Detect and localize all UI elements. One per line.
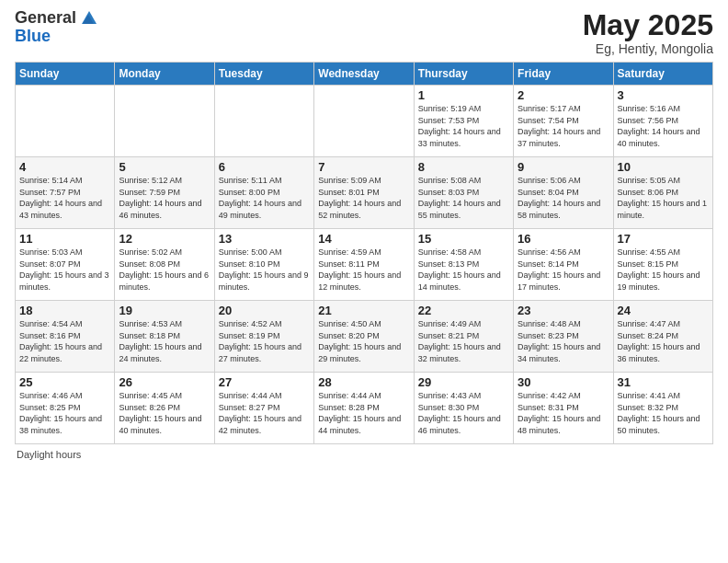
day-info: Sunrise: 5:14 AMSunset: 7:57 PMDaylight:… xyxy=(19,175,110,221)
day-info: Sunrise: 4:41 AMSunset: 8:32 PMDaylight:… xyxy=(618,390,709,436)
day-number: 13 xyxy=(219,232,310,246)
week-row-1: 1Sunrise: 5:19 AMSunset: 7:53 PMDaylight… xyxy=(16,86,713,157)
day-number: 10 xyxy=(618,160,709,174)
calendar-cell: 15Sunrise: 4:58 AMSunset: 8:13 PMDayligh… xyxy=(414,229,513,301)
day-info: Sunrise: 4:44 AMSunset: 8:27 PMDaylight:… xyxy=(219,390,310,436)
calendar-cell: 30Sunrise: 4:42 AMSunset: 8:31 PMDayligh… xyxy=(514,373,613,444)
day-info: Sunrise: 4:55 AMSunset: 8:15 PMDaylight:… xyxy=(618,247,709,293)
day-number: 25 xyxy=(19,375,110,389)
calendar-subtitle: Eg, Hentiy, Mongolia xyxy=(583,41,713,56)
calendar-cell: 25Sunrise: 4:46 AMSunset: 8:25 PMDayligh… xyxy=(16,373,115,444)
header: General Blue May 2025 Eg, Hentiy, Mongol… xyxy=(15,9,713,56)
calendar-cell: 29Sunrise: 4:43 AMSunset: 8:30 PMDayligh… xyxy=(414,373,513,444)
day-number: 19 xyxy=(119,304,210,317)
calendar-cell: 27Sunrise: 4:44 AMSunset: 8:27 PMDayligh… xyxy=(214,373,313,444)
day-info: Sunrise: 5:08 AMSunset: 8:03 PMDaylight:… xyxy=(418,175,509,221)
calendar-cell xyxy=(115,86,214,157)
day-number: 12 xyxy=(119,232,210,246)
day-info: Sunrise: 4:46 AMSunset: 8:25 PMDaylight:… xyxy=(19,390,110,436)
day-info: Sunrise: 5:12 AMSunset: 7:59 PMDaylight:… xyxy=(119,175,210,221)
day-number: 26 xyxy=(119,375,210,389)
calendar-cell xyxy=(16,86,115,157)
day-info: Sunrise: 5:06 AMSunset: 8:04 PMDaylight:… xyxy=(518,175,609,221)
day-number: 15 xyxy=(418,232,509,246)
day-info: Sunrise: 4:50 AMSunset: 8:20 PMDaylight:… xyxy=(318,318,409,364)
day-info: Sunrise: 4:48 AMSunset: 8:23 PMDaylight:… xyxy=(518,318,609,364)
calendar-cell xyxy=(314,86,414,157)
day-info: Sunrise: 4:42 AMSunset: 8:31 PMDaylight:… xyxy=(518,390,609,436)
calendar-cell: 6Sunrise: 5:11 AMSunset: 8:00 PMDaylight… xyxy=(214,157,313,229)
day-number: 27 xyxy=(219,375,310,389)
calendar-cell: 18Sunrise: 4:54 AMSunset: 8:16 PMDayligh… xyxy=(16,301,115,373)
day-info: Sunrise: 4:54 AMSunset: 8:16 PMDaylight:… xyxy=(19,318,110,364)
day-info: Sunrise: 4:44 AMSunset: 8:28 PMDaylight:… xyxy=(318,390,409,436)
day-info: Sunrise: 5:11 AMSunset: 8:00 PMDaylight:… xyxy=(219,175,310,221)
day-number: 7 xyxy=(318,160,409,174)
calendar-cell: 26Sunrise: 4:45 AMSunset: 8:26 PMDayligh… xyxy=(115,373,214,444)
day-info: Sunrise: 4:47 AMSunset: 8:24 PMDaylight:… xyxy=(618,318,709,364)
day-number: 2 xyxy=(518,88,609,102)
calendar-cell: 19Sunrise: 4:53 AMSunset: 8:18 PMDayligh… xyxy=(115,301,214,373)
weekday-header-saturday: Saturday xyxy=(613,63,712,86)
calendar-cell: 31Sunrise: 4:41 AMSunset: 8:32 PMDayligh… xyxy=(613,373,712,444)
day-info: Sunrise: 4:45 AMSunset: 8:26 PMDaylight:… xyxy=(119,390,210,436)
day-number: 11 xyxy=(19,232,110,246)
day-number: 20 xyxy=(219,304,310,317)
day-info: Sunrise: 4:56 AMSunset: 8:14 PMDaylight:… xyxy=(518,247,609,293)
day-number: 31 xyxy=(618,375,709,389)
day-info: Sunrise: 5:03 AMSunset: 8:07 PMDaylight:… xyxy=(19,247,110,293)
week-row-3: 11Sunrise: 5:03 AMSunset: 8:07 PMDayligh… xyxy=(16,229,713,301)
day-info: Sunrise: 4:53 AMSunset: 8:18 PMDaylight:… xyxy=(119,318,210,364)
weekday-header-tuesday: Tuesday xyxy=(214,63,313,86)
calendar-cell: 3Sunrise: 5:16 AMSunset: 7:56 PMDaylight… xyxy=(613,86,712,157)
calendar-cell: 20Sunrise: 4:52 AMSunset: 8:19 PMDayligh… xyxy=(214,301,313,373)
day-number: 3 xyxy=(618,88,709,102)
week-row-4: 18Sunrise: 4:54 AMSunset: 8:16 PMDayligh… xyxy=(16,301,713,373)
calendar-cell: 9Sunrise: 5:06 AMSunset: 8:04 PMDaylight… xyxy=(514,157,613,229)
calendar-cell: 1Sunrise: 5:19 AMSunset: 7:53 PMDaylight… xyxy=(414,86,513,157)
day-info: Sunrise: 5:17 AMSunset: 7:54 PMDaylight:… xyxy=(518,103,609,149)
day-number: 23 xyxy=(518,304,609,317)
page: General Blue May 2025 Eg, Hentiy, Mongol… xyxy=(0,0,728,469)
day-info: Sunrise: 5:05 AMSunset: 8:06 PMDaylight:… xyxy=(618,175,709,221)
title-block: May 2025 Eg, Hentiy, Mongolia xyxy=(583,9,713,56)
weekday-header-friday: Friday xyxy=(514,63,613,86)
calendar-cell: 5Sunrise: 5:12 AMSunset: 7:59 PMDaylight… xyxy=(115,157,214,229)
logo-general: General xyxy=(15,9,76,28)
day-number: 4 xyxy=(19,160,110,174)
calendar-cell: 8Sunrise: 5:08 AMSunset: 8:03 PMDaylight… xyxy=(414,157,513,229)
day-number: 16 xyxy=(518,232,609,246)
day-info: Sunrise: 5:19 AMSunset: 7:53 PMDaylight:… xyxy=(418,103,509,149)
calendar-cell: 21Sunrise: 4:50 AMSunset: 8:20 PMDayligh… xyxy=(314,301,414,373)
weekday-header-thursday: Thursday xyxy=(414,63,513,86)
day-number: 8 xyxy=(418,160,509,174)
calendar-cell: 11Sunrise: 5:03 AMSunset: 8:07 PMDayligh… xyxy=(16,229,115,301)
footer-note: Daylight hours xyxy=(15,449,713,460)
calendar-cell: 14Sunrise: 4:59 AMSunset: 8:11 PMDayligh… xyxy=(314,229,414,301)
day-info: Sunrise: 4:52 AMSunset: 8:19 PMDaylight:… xyxy=(219,318,310,364)
day-info: Sunrise: 5:02 AMSunset: 8:08 PMDaylight:… xyxy=(119,247,210,293)
weekday-header-row: SundayMondayTuesdayWednesdayThursdayFrid… xyxy=(16,63,713,86)
day-number: 14 xyxy=(318,232,409,246)
day-number: 21 xyxy=(318,304,409,317)
day-info: Sunrise: 5:00 AMSunset: 8:10 PMDaylight:… xyxy=(219,247,310,293)
week-row-2: 4Sunrise: 5:14 AMSunset: 7:57 PMDaylight… xyxy=(16,157,713,229)
weekday-header-sunday: Sunday xyxy=(16,63,115,86)
day-number: 28 xyxy=(318,375,409,389)
logo-blue: Blue xyxy=(15,27,51,45)
day-number: 1 xyxy=(418,88,509,102)
calendar-cell: 7Sunrise: 5:09 AMSunset: 8:01 PMDaylight… xyxy=(314,157,414,229)
calendar-cell: 13Sunrise: 5:00 AMSunset: 8:10 PMDayligh… xyxy=(214,229,313,301)
day-number: 9 xyxy=(518,160,609,174)
calendar-cell: 2Sunrise: 5:17 AMSunset: 7:54 PMDaylight… xyxy=(514,86,613,157)
calendar-cell: 23Sunrise: 4:48 AMSunset: 8:23 PMDayligh… xyxy=(514,301,613,373)
calendar-cell: 28Sunrise: 4:44 AMSunset: 8:28 PMDayligh… xyxy=(314,373,414,444)
day-number: 29 xyxy=(418,375,509,389)
week-row-5: 25Sunrise: 4:46 AMSunset: 8:25 PMDayligh… xyxy=(16,373,713,444)
day-info: Sunrise: 5:16 AMSunset: 7:56 PMDaylight:… xyxy=(618,103,709,149)
day-number: 18 xyxy=(19,304,110,317)
day-info: Sunrise: 4:43 AMSunset: 8:30 PMDaylight:… xyxy=(418,390,509,436)
calendar-cell: 10Sunrise: 5:05 AMSunset: 8:06 PMDayligh… xyxy=(613,157,712,229)
calendar-cell: 4Sunrise: 5:14 AMSunset: 7:57 PMDaylight… xyxy=(16,157,115,229)
calendar-cell: 12Sunrise: 5:02 AMSunset: 8:08 PMDayligh… xyxy=(115,229,214,301)
